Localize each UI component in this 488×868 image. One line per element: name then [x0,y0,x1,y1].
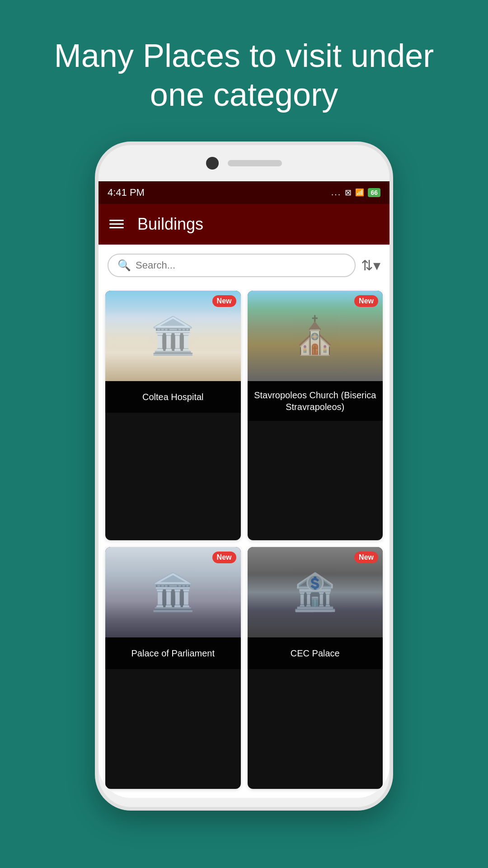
app-bar: Buildings [99,204,389,245]
phone-screen: 4:41 PM ... ⊠ 📶 66 Buildings 🔍 ⇅▾ [99,181,389,798]
card-label-coltea: Coltea Hospital [105,381,241,413]
cards-grid: New Coltea Hospital New Stavropoleos Chu… [99,286,389,798]
page-heading: Many Places to visit under one category [0,0,488,142]
sort-filter-icon[interactable]: ⇅▾ [361,257,380,274]
card-coltea[interactable]: New Coltea Hospital [105,291,241,541]
hamburger-line-3 [109,227,124,228]
card-cec[interactable]: New CEC Palace [248,547,383,789]
status-icons: ... ⊠ 📶 66 [331,187,380,198]
app-bar-title: Buildings [137,215,203,234]
search-input[interactable] [136,259,346,271]
status-dots: ... [331,187,342,198]
card-label-cec: CEC Palace [248,637,383,669]
new-badge-stavropoleos: New [354,295,378,307]
card-label-parliament: Palace of Parliament [105,637,241,669]
wifi-icon: 📶 [355,188,364,197]
phone-bottom-bezel [99,798,389,807]
phone-speaker [228,160,282,166]
status-bar: 4:41 PM ... ⊠ 📶 66 [99,181,389,204]
card-parliament[interactable]: New Palace of Parliament [105,547,241,789]
card-label-stavropoleos: Stavropoleos Church (Biserica Stravrapol… [248,381,383,421]
search-input-wrapper[interactable]: 🔍 [108,254,356,277]
hamburger-line-1 [109,220,124,221]
status-time: 4:41 PM [108,187,145,198]
phone-camera [206,157,219,170]
new-badge-coltea: New [212,295,236,307]
new-badge-parliament: New [212,552,236,563]
battery-indicator: 66 [368,188,380,197]
phone-top-bezel [99,145,389,181]
phone-frame: 4:41 PM ... ⊠ 📶 66 Buildings 🔍 ⇅▾ [95,142,393,811]
new-badge-cec: New [354,552,378,563]
hamburger-line-2 [109,223,124,225]
card-stavropoleos[interactable]: New Stavropoleos Church (Biserica Stravr… [248,291,383,541]
sim-icon: ⊠ [345,188,352,198]
search-container: 🔍 ⇅▾ [99,245,389,286]
hamburger-menu-button[interactable] [109,220,124,228]
search-icon: 🔍 [117,259,131,272]
